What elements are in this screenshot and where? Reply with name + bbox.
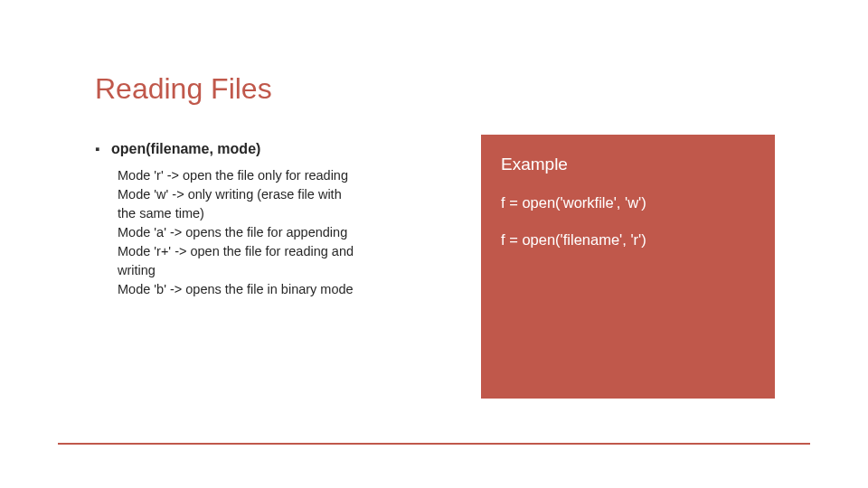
mode-line: Mode 'r' -> open the file only for readi…	[118, 166, 440, 185]
slide-title: Reading Files	[95, 72, 778, 106]
mode-line: writing	[118, 261, 440, 280]
mode-line: Mode 'r+' -> open the file for reading a…	[118, 242, 440, 261]
mode-line: the same time)	[118, 204, 440, 223]
bullet-icon: ▪	[95, 140, 102, 158]
example-code-line: f = open('filename', 'r')	[501, 231, 755, 249]
slide: Reading Files ▪ open(filename, mode) Mod…	[0, 0, 868, 488]
mode-list: Mode 'r' -> open the file only for readi…	[118, 166, 440, 299]
example-box: Example f = open('workfile', 'w') f = op…	[481, 135, 775, 399]
bullet-heading: open(filename, mode)	[111, 140, 260, 159]
bullet-item: ▪ open(filename, mode)	[95, 140, 440, 159]
mode-line: Mode 'w' -> only writing (erase file wit…	[118, 185, 440, 204]
mode-line: Mode 'b' -> opens the file in binary mod…	[118, 280, 440, 299]
example-title: Example	[501, 155, 755, 174]
content-row: ▪ open(filename, mode) Mode 'r' -> open …	[95, 140, 778, 399]
divider-line	[58, 443, 810, 445]
mode-line: Mode 'a' -> opens the file for appending	[118, 223, 440, 242]
left-column: ▪ open(filename, mode) Mode 'r' -> open …	[95, 140, 440, 299]
example-code-line: f = open('workfile', 'w')	[501, 194, 755, 211]
